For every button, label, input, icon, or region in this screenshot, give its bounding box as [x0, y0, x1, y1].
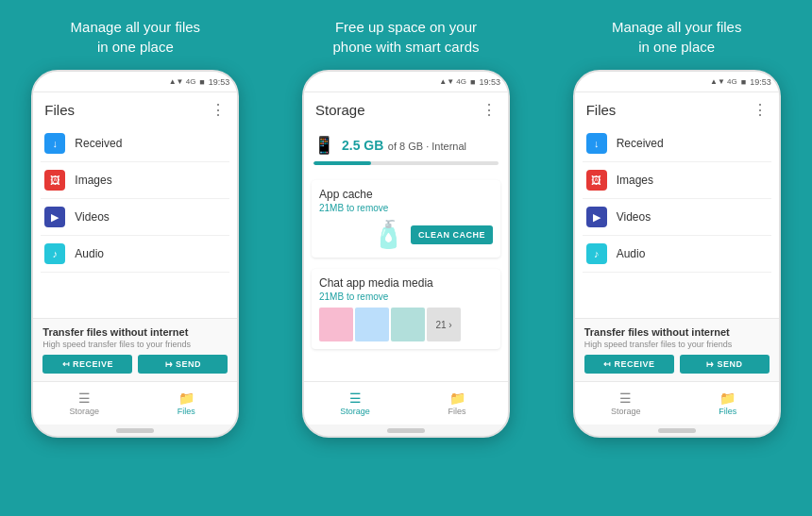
media-thumbnails: 21 › [319, 308, 493, 341]
list-item[interactable]: ♪ Audio [583, 236, 771, 273]
list-item[interactable]: 🖼 Images [41, 162, 229, 199]
bottom-nav-middle: ☰ Storage 📁 Files [304, 381, 508, 424]
list-item[interactable]: 🖼 Images [583, 162, 771, 199]
storage-gb-used: 2.5 GB [342, 138, 383, 153]
app-bar-right: Files ⋮ [575, 92, 779, 125]
transfer-section-left: Transfer files without internet High spe… [33, 318, 237, 381]
panel-left: Manage all your filesin one place ▲▼ 4G … [0, 0, 271, 516]
time-display: 19:53 [479, 77, 500, 87]
storage-progress-bar [313, 161, 499, 165]
media-more-count[interactable]: 21 › [427, 308, 461, 341]
audio-icon: ♪ [586, 243, 607, 264]
send-button-left[interactable]: ↦ SEND [138, 355, 228, 374]
phone-middle: ▲▼ 4G ■ 19:53 Storage ⋮ 📱 2.5 GB of 8 GB… [302, 70, 510, 438]
files-nav-icon: 📁 [719, 391, 736, 405]
files-nav-icon: 📁 [449, 391, 465, 405]
nav-storage-middle[interactable]: ☰ Storage [304, 382, 406, 424]
time-display: 19:53 [750, 77, 771, 87]
transfer-title-left: Transfer files without internet [42, 326, 228, 338]
app-bar-middle: Storage ⋮ [304, 92, 508, 125]
status-bar-right: ▲▼ 4G ■ 19:53 [575, 72, 779, 92]
receive-button-right[interactable]: ↤ RECEIVE [584, 355, 674, 374]
nav-files-label: Files [448, 407, 465, 416]
clean-cache-button[interactable]: CLEAN CACHE [411, 225, 493, 244]
phone-right: ▲▼ 4G ■ 19:53 Files ⋮ ↓ Received 🖼 Image… [573, 70, 781, 438]
signal-icon: ▲▼ 4G [439, 77, 466, 86]
nav-storage-left[interactable]: ☰ Storage [33, 382, 135, 424]
media-thumb [319, 308, 353, 341]
status-bar-middle: ▲▼ 4G ■ 19:53 [304, 72, 508, 92]
transfer-subtitle-left: High speed transfer files to your friend… [42, 340, 228, 349]
receive-button-left[interactable]: ↤ RECEIVE [42, 355, 132, 374]
signal-icon: ▲▼ 4G [169, 77, 196, 86]
file-list-right: ↓ Received 🖼 Images ▶ Videos ♪ Audio [575, 125, 779, 318]
panel-left-title: Manage all your filesin one place [71, 17, 201, 57]
send-button-right[interactable]: ↦ SEND [680, 355, 770, 374]
videos-icon: ▶ [44, 207, 65, 227]
menu-dots-icon[interactable]: ⋮ [211, 103, 226, 118]
home-button-left[interactable] [116, 428, 154, 433]
file-label: Images [617, 174, 653, 187]
cache-card-title: App cache [319, 188, 493, 201]
transfer-buttons-left: ↤ RECEIVE ↦ SEND [42, 355, 228, 374]
file-label: Images [75, 174, 111, 187]
nav-files-label: Files [178, 407, 195, 416]
panel-right-title: Manage all your filesin one place [612, 17, 742, 57]
app-title-middle: Storage [315, 102, 365, 118]
storage-total-text: of 8 GB · Internal [388, 141, 466, 152]
file-label: Videos [75, 210, 109, 224]
phone-left: ▲▼ 4G ■ 19:53 Files ⋮ ↓ Received 🖼 Image… [31, 70, 239, 438]
phone-content-left: Files ⋮ ↓ Received 🖼 Images ▶ Videos ♪ [33, 92, 237, 381]
app-title-right: Files [586, 102, 617, 118]
phone-content-middle: Storage ⋮ 📱 2.5 GB of 8 GB · Internal Ap… [304, 92, 508, 381]
nav-storage-label: Storage [611, 407, 641, 416]
media-thumb [355, 308, 389, 341]
menu-dots-icon[interactable]: ⋮ [753, 103, 768, 118]
transfer-title-right: Transfer files without internet [584, 326, 770, 338]
cache-card-subtitle: 21MB to remove [319, 203, 493, 213]
storage-nav-icon: ☰ [619, 391, 632, 405]
nav-files-left[interactable]: 📁 Files [135, 382, 237, 424]
transfer-buttons-right: ↤ RECEIVE ↦ SEND [584, 355, 770, 374]
status-bar-left: ▲▼ 4G ■ 19:53 [33, 72, 237, 92]
cache-illustration-icon: 🧴 [372, 219, 405, 250]
chat-media-title: Chat app media media [319, 276, 493, 290]
battery-icon: ■ [470, 77, 475, 87]
list-item[interactable]: ▶ Videos [41, 199, 229, 236]
list-item[interactable]: ↓ Received [583, 125, 771, 162]
transfer-section-right: Transfer files without internet High spe… [575, 318, 779, 381]
nav-files-middle[interactable]: 📁 Files [406, 382, 508, 424]
home-button-middle[interactable] [387, 428, 425, 433]
file-label: Videos [617, 210, 651, 224]
panel-middle: Free up space on yourphone with smart ca… [271, 0, 542, 516]
nav-storage-label: Storage [70, 407, 100, 416]
images-icon: 🖼 [586, 170, 607, 191]
storage-bar-section: 📱 2.5 GB of 8 GB · Internal [304, 125, 508, 175]
battery-icon: ■ [199, 77, 204, 87]
storage-progress-fill [313, 161, 371, 165]
storage-nav-icon: ☰ [349, 391, 362, 405]
chat-media-subtitle: 21MB to remove [319, 291, 493, 302]
nav-files-right[interactable]: 📁 Files [677, 382, 779, 424]
nav-files-label: Files [719, 407, 736, 416]
app-bar-left: Files ⋮ [33, 92, 237, 125]
app-cache-card[interactable]: App cache 21MB to remove 🧴 CLEAN CACHE [312, 180, 500, 258]
received-icon: ↓ [586, 133, 607, 154]
file-label: Audio [75, 247, 104, 260]
phone-storage-icon: 📱 [313, 135, 334, 156]
menu-dots-icon[interactable]: ⋮ [482, 103, 497, 118]
app-title-left: Files [44, 102, 75, 118]
signal-icon: ▲▼ 4G [710, 77, 737, 86]
list-item[interactable]: ▶ Videos [583, 199, 771, 236]
file-label: Audio [617, 247, 646, 260]
time-display: 19:53 [209, 77, 230, 87]
panel-right: Manage all your filesin one place ▲▼ 4G … [541, 0, 812, 516]
home-button-right[interactable] [658, 428, 696, 433]
chat-media-card[interactable]: Chat app media media 21MB to remove 21 › [312, 269, 500, 349]
list-item[interactable]: ♪ Audio [41, 236, 229, 273]
battery-icon: ■ [741, 77, 746, 87]
list-item[interactable]: ↓ Received [41, 125, 229, 162]
nav-storage-right[interactable]: ☰ Storage [575, 382, 677, 424]
storage-nav-icon: ☰ [78, 391, 91, 405]
storage-info: 📱 2.5 GB of 8 GB · Internal [313, 135, 499, 156]
